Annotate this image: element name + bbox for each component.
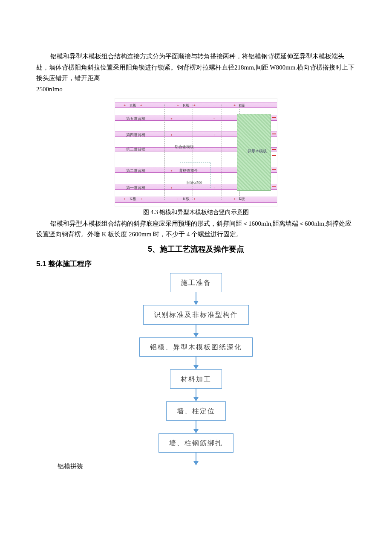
document-page: 铝模和异型木模板组合结构连接方式分为平面顺接与转角搭接两种，将铝模钢背楞延伸至异… bbox=[0, 0, 392, 555]
flow-node-4: 材料加工 bbox=[170, 369, 222, 389]
diagram-4-3: + K板 + + K板 + + K板 + K板 + + K板 + + K板 第五… bbox=[115, 98, 277, 206]
section-5-1-title: 5.1 整体施工程序 bbox=[36, 258, 356, 270]
k-label-top-2: K板 bbox=[183, 103, 190, 108]
rib-label-3: 第三道背楞 bbox=[126, 146, 145, 153]
rib-label-2: 第二道背楞 bbox=[126, 168, 145, 174]
rib-label-4: 第四道背楞 bbox=[126, 132, 145, 138]
k-label-top-1: K板 bbox=[130, 103, 136, 108]
k-label-bot-1: K板 bbox=[130, 197, 136, 201]
rib-label-5: 第五道背楞 bbox=[126, 116, 145, 122]
flow-node-1: 施工准备 bbox=[170, 273, 222, 292]
figure-4-3-caption: 图 4.3 铝模和异型木模板结合竖向示意图 bbox=[36, 207, 356, 218]
wood-label: 异形木模板 bbox=[248, 148, 267, 154]
flow-node-2: 识别标准及非标准型构件 bbox=[143, 305, 249, 324]
paragraph-2: 铝模和异型木模板组合结构的斜撑底座应采用预埋的形式，斜撑间距＜1600mln,距… bbox=[36, 218, 356, 240]
flow-node-5: 墙、柱定位 bbox=[166, 401, 226, 421]
paragraph-1a: 铝模和异型木模板组合结构连接方式分为平面顺接与转角搭接两种，将铝模钢背楞延伸至异… bbox=[36, 51, 356, 84]
rib-label-1: 第一道背楞 bbox=[126, 185, 145, 191]
k-label-bot-2: K板 bbox=[183, 197, 190, 201]
flow-node-6: 墙、柱钢筋绑扎 bbox=[159, 433, 233, 453]
flowchart-5-1: 施工准备 识别标准及非标准型构件 铝模、异型木模板图纸深化 材料加工 墙、柱定位… bbox=[128, 273, 264, 465]
flow-node-3: 铝模、异型木模板图纸深化 bbox=[139, 337, 253, 357]
paragraph-1b: 2500nImo bbox=[36, 84, 356, 95]
flow-next-floating-label: 铝模拼装 bbox=[58, 461, 356, 472]
center-label: 铝合金模板 bbox=[175, 144, 194, 150]
dim-label: 间距≥500 bbox=[187, 180, 202, 186]
section-5-title: 5、施工工艺流程及操作要点 bbox=[36, 243, 356, 256]
k-label-bot-3: K板 bbox=[239, 197, 245, 201]
k-label-top-3: K板 bbox=[239, 103, 245, 108]
connector-label: 背楞连接件 bbox=[179, 168, 198, 174]
